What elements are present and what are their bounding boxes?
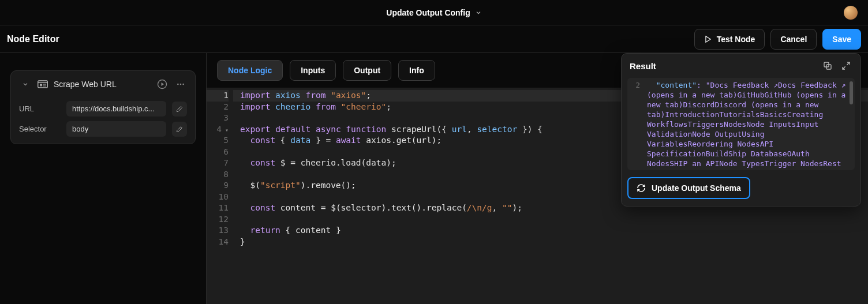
tab-output-label: Output (354, 66, 380, 75)
copy-icon[interactable] (821, 59, 834, 72)
svg-point-7 (180, 84, 182, 85)
save-button[interactable]: Save (822, 29, 861, 50)
result-footer: Update Output Schema (622, 170, 860, 206)
line-number: 2 (207, 102, 229, 113)
code-line (240, 214, 868, 226)
update-output-schema-button[interactable]: Update Output Schema (627, 177, 750, 199)
line-number: 13 (207, 225, 229, 237)
update-schema-label: Update Output Schema (652, 183, 741, 193)
browser-icon (38, 80, 48, 88)
svg-line-12 (843, 66, 845, 69)
tab-inputs[interactable]: Inputs (290, 60, 336, 81)
tab-info[interactable]: Info (398, 60, 435, 81)
line-number: 12 (207, 214, 229, 226)
line-number: 8 (207, 169, 229, 181)
node-card: Scrape Web URL URL https://docs.buildshi… (10, 70, 196, 144)
refresh-icon (637, 183, 646, 193)
node-title: Scrape Web URL (54, 80, 150, 89)
topbar-title: Update Output Config (386, 8, 470, 17)
collapse-toggle[interactable] (19, 78, 32, 91)
result-body[interactable]: 2 "content": "Docs Feedback ↗Docs Feedba… (627, 78, 855, 170)
header-actions: Test Node Cancel Save (694, 29, 861, 50)
svg-line-11 (847, 62, 850, 65)
cancel-button[interactable]: Cancel (770, 29, 817, 50)
user-avatar-area (844, 6, 858, 20)
result-content: "content": "Docs Feedback ↗Docs Feedback… (645, 78, 855, 170)
chevron-down-icon (475, 9, 482, 16)
play-icon (704, 35, 712, 43)
line-number: 3 (207, 112, 229, 124)
tab-inputs-label: Inputs (301, 66, 325, 75)
test-node-label: Test Node (717, 35, 755, 44)
line-number-gutter: 1 2 3 4 5 6 7 8 9 10 11 12 13 14 (207, 88, 233, 304)
tab-output[interactable]: Output (343, 60, 391, 81)
line-number: 4 (207, 124, 229, 136)
tab-node-logic[interactable]: Node Logic (217, 60, 283, 81)
page-header: Node Editor Test Node Cancel Save (0, 25, 868, 53)
top-bar: Update Output Config (0, 0, 868, 25)
line-number: 11 (207, 202, 229, 214)
edit-selector-button[interactable] (172, 122, 187, 137)
line-number: 1 (207, 90, 229, 102)
save-label: Save (832, 35, 851, 44)
result-line-gutter: 2 (627, 78, 645, 170)
sidebar: Scrape Web URL URL https://docs.buildshi… (0, 53, 207, 304)
code-line: return { content } (240, 225, 868, 237)
svg-point-3 (40, 84, 42, 86)
result-header: Result (622, 54, 860, 78)
svg-point-8 (182, 84, 184, 85)
line-number: 5 (207, 135, 229, 147)
svg-marker-5 (162, 82, 164, 86)
field-row-url: URL https://docs.buildship.c... (19, 101, 187, 117)
result-line-number: 2 (627, 80, 640, 90)
run-node-button[interactable] (156, 78, 169, 91)
tab-node-logic-label: Node Logic (228, 66, 272, 75)
edit-url-button[interactable] (172, 102, 187, 117)
code-line: } (240, 237, 868, 248)
svg-marker-0 (706, 36, 710, 42)
node-card-header: Scrape Web URL (19, 78, 187, 96)
field-row-selector: Selector body (19, 121, 187, 137)
selector-input[interactable]: body (66, 121, 166, 137)
tab-info-label: Info (409, 66, 424, 75)
test-node-button[interactable]: Test Node (694, 29, 765, 50)
line-number: 9 (207, 180, 229, 192)
page-title: Node Editor (7, 34, 59, 44)
result-title: Result (630, 61, 815, 71)
result-scrollbar[interactable] (850, 81, 853, 104)
line-number: 14 (207, 237, 229, 248)
topbar-title-dropdown[interactable]: Update Output Config (386, 8, 481, 17)
main-area: Scrape Web URL URL https://docs.buildshi… (0, 53, 868, 304)
more-menu-button[interactable] (174, 78, 187, 91)
svg-point-6 (177, 84, 179, 85)
line-number: 10 (207, 192, 229, 203)
result-panel: Result 2 "content": "Docs Feedback ↗Docs… (621, 53, 861, 207)
expand-icon[interactable] (840, 59, 852, 72)
url-input[interactable]: https://docs.buildship.c... (66, 101, 166, 117)
cancel-label: Cancel (780, 35, 807, 44)
line-number: 7 (207, 157, 229, 169)
line-number: 6 (207, 147, 229, 158)
editor-pane: Node Logic Inputs Output Info 1 2 3 4 5 … (207, 53, 868, 304)
selector-label: Selector (19, 125, 61, 133)
avatar[interactable] (844, 6, 858, 20)
url-label: URL (19, 104, 61, 113)
